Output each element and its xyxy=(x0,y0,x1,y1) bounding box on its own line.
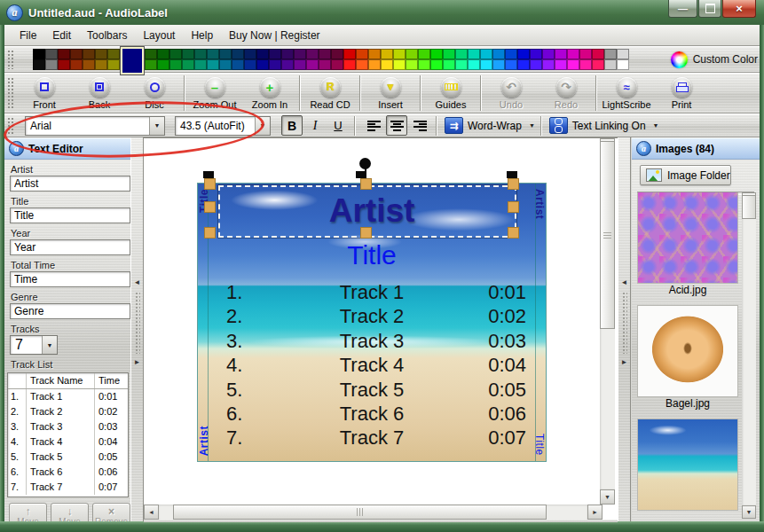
palette-swatch[interactable] xyxy=(294,59,306,70)
palette-swatch[interactable] xyxy=(294,49,306,59)
palette-swatch[interactable] xyxy=(58,59,70,70)
table-row[interactable]: 5.Track 50:05 xyxy=(8,450,128,465)
dropdown-arrow-icon[interactable]: ▼ xyxy=(255,117,270,135)
align-center-button[interactable] xyxy=(386,115,407,136)
palette-swatch[interactable] xyxy=(505,59,517,70)
palette-swatch[interactable] xyxy=(418,49,430,59)
title-field[interactable] xyxy=(10,207,130,223)
selection-anchor[interactable] xyxy=(356,171,366,178)
palette-swatch[interactable] xyxy=(530,59,542,70)
palette-swatch[interactable] xyxy=(95,49,107,59)
label-title-text[interactable]: Title xyxy=(198,240,546,270)
palette-swatch[interactable] xyxy=(468,49,480,59)
scrollbar-thumb[interactable] xyxy=(742,195,756,219)
palette-swatch[interactable] xyxy=(319,49,331,59)
palette-swatch[interactable] xyxy=(592,49,604,59)
expand-right-icon[interactable]: ► xyxy=(621,359,628,366)
palette-swatch[interactable] xyxy=(269,49,281,59)
palette-swatch[interactable] xyxy=(604,59,617,70)
palette-swatch[interactable] xyxy=(244,49,256,59)
design-canvas[interactable]: Artist Title 1.Track 10:012.Track 20:023… xyxy=(144,137,618,521)
collapse-left-icon[interactable]: ◄ xyxy=(134,279,141,286)
palette-swatch[interactable] xyxy=(207,49,219,59)
image-thumbnail-acid-jpg[interactable]: Acid.jpg xyxy=(635,192,740,297)
palette-swatch[interactable] xyxy=(232,49,244,59)
scrollbar-thumb[interactable] xyxy=(173,505,547,520)
palette-swatch[interactable] xyxy=(617,49,629,59)
palette-swatch[interactable] xyxy=(182,49,194,59)
toolbar-button-back[interactable]: Back xyxy=(72,74,127,112)
label-track-row[interactable]: 7.Track 70:07 xyxy=(198,426,546,450)
palette-swatch[interactable] xyxy=(157,59,169,70)
align-left-button[interactable] xyxy=(363,115,384,136)
palette-swatch[interactable] xyxy=(406,59,418,70)
menu-item-layout[interactable]: Layout xyxy=(135,27,183,44)
palette-swatch[interactable] xyxy=(617,59,629,70)
palette-swatch[interactable] xyxy=(555,59,567,70)
palette-swatch[interactable] xyxy=(269,59,281,70)
image-folder-button[interactable]: Image Folder xyxy=(640,165,731,185)
bold-button[interactable]: B xyxy=(281,115,303,136)
toolbar-grip[interactable] xyxy=(7,77,13,108)
table-row[interactable]: 6.Track 60:06 xyxy=(8,465,128,480)
genre-field[interactable] xyxy=(10,303,130,319)
table-row[interactable]: 2.Track 20:02 xyxy=(8,404,128,419)
palette-swatch[interactable] xyxy=(480,49,492,59)
scroll-down-icon[interactable]: ▼ xyxy=(742,505,756,519)
custom-color-button[interactable]: Custom Color xyxy=(671,51,758,68)
palette-swatch[interactable] xyxy=(567,59,579,70)
spine-text-left-bottom[interactable]: Artist xyxy=(198,426,210,456)
toolbar-button-front[interactable]: Front xyxy=(17,74,72,112)
toolbar-button-zoom-in[interactable]: +Zoom In xyxy=(242,74,297,112)
table-row[interactable]: 4.Track 40:04 xyxy=(8,434,128,450)
canvas-viewport[interactable]: Artist Title 1.Track 10:012.Track 20:023… xyxy=(144,138,603,505)
palette-swatch[interactable] xyxy=(492,59,505,70)
thumbnail-image[interactable] xyxy=(638,419,737,510)
palette-swatch[interactable] xyxy=(542,59,555,70)
palette-swatch[interactable] xyxy=(45,49,58,59)
palette-swatch[interactable] xyxy=(356,59,368,70)
palette-swatch[interactable] xyxy=(430,59,443,70)
palette-swatch[interactable] xyxy=(393,59,406,70)
label-artist-text[interactable]: Artist xyxy=(198,192,546,230)
table-row[interactable]: 7.Track 70:07 xyxy=(8,480,128,495)
selection-anchor[interactable] xyxy=(203,171,214,178)
canvas-horizontal-scrollbar[interactable]: ◄ ► xyxy=(144,505,603,520)
palette-swatch[interactable] xyxy=(145,59,157,70)
align-right-button[interactable] xyxy=(409,115,430,136)
palette-swatch[interactable] xyxy=(331,49,343,59)
palette-swatch[interactable] xyxy=(343,49,356,59)
menu-item-help[interactable]: Help xyxy=(183,27,221,44)
palette-swatch[interactable] xyxy=(381,49,393,59)
rotation-handle[interactable] xyxy=(359,158,371,169)
underline-button[interactable]: U xyxy=(327,115,349,136)
close-button[interactable]: × xyxy=(722,0,756,18)
palette-swatch[interactable] xyxy=(542,49,555,59)
label-track-row[interactable]: 4.Track 40:04 xyxy=(198,354,546,378)
palette-swatch[interactable] xyxy=(468,59,480,70)
table-row[interactable]: 3.Track 30:03 xyxy=(8,419,128,434)
color-palette[interactable] xyxy=(33,49,629,70)
palette-swatch[interactable] xyxy=(356,49,368,59)
table-row[interactable]: 1.Track 10:01 xyxy=(8,389,128,404)
palette-swatch[interactable] xyxy=(604,49,617,59)
toolbar-button-read-cd[interactable]: RRead CD xyxy=(303,74,358,112)
splitter-grip[interactable] xyxy=(135,292,140,354)
toolbar-button-insert[interactable]: ▼Insert xyxy=(363,74,418,112)
palette-swatch[interactable] xyxy=(517,59,530,70)
palette-swatch[interactable] xyxy=(194,59,207,70)
palette-swatch[interactable] xyxy=(219,49,232,59)
toolbar-button-disc[interactable]: Disc xyxy=(127,74,182,112)
left-splitter[interactable]: ◄ ► xyxy=(130,137,144,521)
palette-swatch[interactable] xyxy=(368,59,381,70)
expand-right-icon[interactable]: ► xyxy=(134,359,141,366)
palette-swatch[interactable] xyxy=(592,59,604,70)
palette-swatch[interactable] xyxy=(256,49,269,59)
canvas-vertical-scrollbar[interactable]: ▲ ▼ xyxy=(600,138,615,505)
menu-item-toolbars[interactable]: Toolbars xyxy=(79,27,135,44)
dropdown-arrow-icon[interactable]: ▼ xyxy=(149,117,164,135)
palette-swatch[interactable] xyxy=(430,49,443,59)
total-time-field[interactable] xyxy=(10,271,130,287)
palette-swatch[interactable] xyxy=(207,59,219,70)
palette-swatch[interactable] xyxy=(443,49,455,59)
